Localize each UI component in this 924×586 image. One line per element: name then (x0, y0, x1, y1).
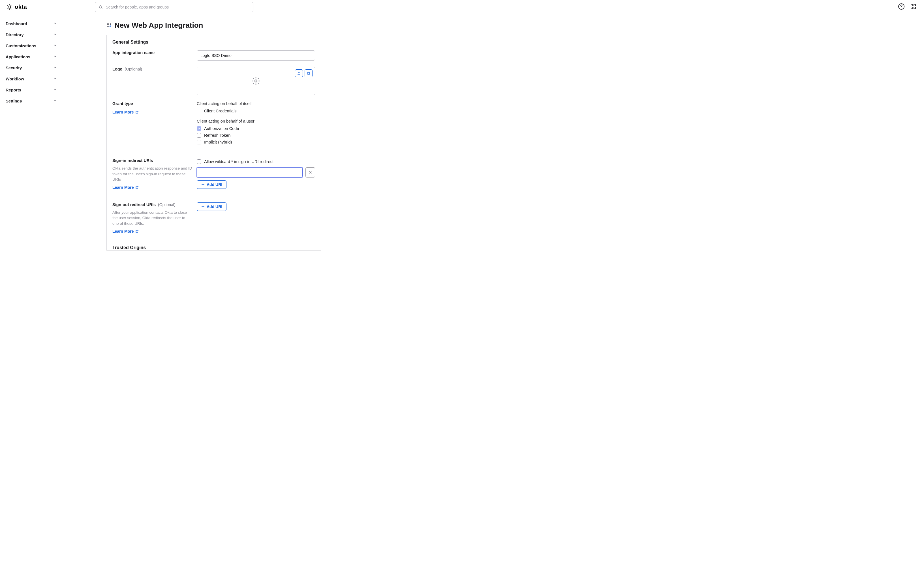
sidebar-item-label: Security (6, 66, 22, 70)
sidebar-item-directory[interactable]: Directory (0, 29, 63, 40)
signout-learn-more-link[interactable]: Learn More (112, 229, 139, 234)
general-settings-title: General Settings (107, 35, 321, 48)
svg-rect-13 (911, 4, 912, 6)
svg-rect-21 (109, 24, 109, 25)
okta-logo-text: okta (15, 4, 27, 10)
client-credentials-option[interactable]: Client Credentials (197, 107, 315, 114)
plus-icon (201, 205, 205, 209)
sidebar-item-label: Reports (6, 88, 21, 92)
wildcard-option[interactable]: Allow wildcard * in sign-in URI redirect… (197, 158, 315, 165)
grant-user-heading: Client acting on behalf of a user (197, 119, 315, 124)
upload-logo-button[interactable] (295, 69, 303, 77)
sidebar-item-label: Directory (6, 33, 24, 37)
grant-learn-more-link[interactable]: Learn More (112, 110, 139, 114)
svg-rect-19 (110, 23, 111, 24)
sidebar-item-reports[interactable]: Reports (0, 84, 63, 96)
external-link-icon (135, 186, 139, 189)
chevron-down-icon (53, 43, 57, 48)
svg-rect-16 (914, 7, 916, 9)
svg-line-5 (7, 5, 8, 6)
sidebar-item-security[interactable]: Security (0, 62, 63, 73)
svg-point-25 (255, 80, 257, 82)
signout-uris-help: After your application contacts Okta to … (112, 210, 192, 226)
signin-uri-input[interactable] (197, 167, 303, 178)
sidebar-item-workflow[interactable]: Workflow (0, 73, 63, 84)
checkbox-icon (197, 159, 201, 164)
grant-self-heading: Client acting on behalf of itself (197, 101, 315, 106)
trusted-origins-title: Trusted Origins (112, 245, 315, 250)
grant-type-label: Grant type (112, 101, 192, 106)
top-header: okta (0, 0, 924, 14)
add-signin-uri-button[interactable]: Add URI (197, 180, 226, 189)
svg-line-6 (11, 8, 12, 9)
signout-uris-label: Sign-out redirect URIs (Optional) (112, 202, 192, 207)
logo-label: Logo (Optional) (112, 67, 192, 71)
implicit-option[interactable]: Implicit (hybrid) (197, 139, 315, 145)
sidebar: Dashboard Directory Customizations Appli… (0, 14, 63, 586)
svg-rect-24 (109, 26, 109, 26)
svg-rect-18 (109, 23, 109, 24)
sidebar-item-customizations[interactable]: Customizations (0, 40, 63, 51)
sidebar-item-label: Customizations (6, 44, 36, 48)
checkbox-checked-icon (197, 126, 201, 131)
form-card: General Settings App integration name Lo… (106, 35, 321, 251)
plus-icon (201, 183, 205, 187)
search-icon (99, 5, 103, 9)
apps-grid-icon (910, 3, 917, 10)
divider (112, 240, 315, 240)
svg-point-12 (901, 8, 902, 8)
svg-point-0 (8, 6, 11, 8)
checkbox-icon (197, 109, 201, 113)
svg-rect-14 (914, 4, 916, 6)
svg-rect-20 (107, 24, 108, 25)
gear-icon (251, 76, 261, 86)
help-button[interactable] (898, 3, 905, 11)
main-content: New Web App Integration General Settings… (63, 14, 924, 586)
external-link-icon (135, 111, 139, 114)
svg-rect-22 (110, 24, 111, 25)
add-signout-uri-button[interactable]: Add URI (197, 202, 226, 211)
sidebar-item-label: Applications (6, 54, 30, 59)
page-title: New Web App Integration (114, 21, 203, 30)
svg-rect-17 (107, 23, 108, 24)
refresh-token-option[interactable]: Refresh Token (197, 132, 315, 139)
authorization-code-option[interactable]: Authorization Code (197, 125, 315, 132)
svg-line-10 (102, 8, 102, 8)
app-name-label: App integration name (112, 50, 192, 55)
signin-learn-more-link[interactable]: Learn More (112, 185, 139, 190)
sidebar-item-label: Workflow (6, 77, 24, 81)
signin-uris-label: Sign-in redirect URIs (112, 158, 192, 163)
close-icon (308, 170, 312, 174)
external-link-icon (135, 229, 139, 233)
search-input[interactable] (106, 5, 250, 9)
sidebar-item-dashboard[interactable]: Dashboard (0, 18, 63, 29)
divider (112, 152, 315, 152)
okta-sunburst-icon (6, 3, 13, 11)
chevron-down-icon (53, 32, 57, 37)
svg-line-8 (11, 5, 12, 6)
apps-launcher-button[interactable] (910, 3, 917, 11)
chevron-down-icon (53, 87, 57, 92)
svg-line-7 (7, 8, 8, 9)
app-integration-icon (106, 22, 112, 28)
global-search[interactable] (95, 2, 253, 12)
logo-upload-box (197, 67, 315, 95)
signin-uris-help: Okta sends the authentication response a… (112, 166, 192, 182)
remove-uri-button[interactable] (305, 167, 315, 178)
svg-rect-15 (911, 7, 912, 9)
delete-logo-button[interactable] (305, 69, 312, 77)
svg-rect-23 (107, 26, 108, 26)
app-name-input[interactable] (197, 50, 315, 61)
sidebar-item-applications[interactable]: Applications (0, 51, 63, 62)
chevron-down-icon (53, 99, 57, 103)
okta-logo[interactable]: okta (6, 3, 27, 11)
sidebar-item-label: Dashboard (6, 21, 27, 26)
chevron-down-icon (53, 65, 57, 70)
sidebar-item-settings[interactable]: Settings (0, 96, 63, 106)
divider (112, 196, 315, 196)
trash-icon (307, 71, 310, 75)
help-icon (898, 3, 905, 10)
sidebar-item-label: Settings (6, 99, 22, 103)
svg-point-9 (99, 5, 102, 8)
chevron-down-icon (53, 76, 57, 81)
